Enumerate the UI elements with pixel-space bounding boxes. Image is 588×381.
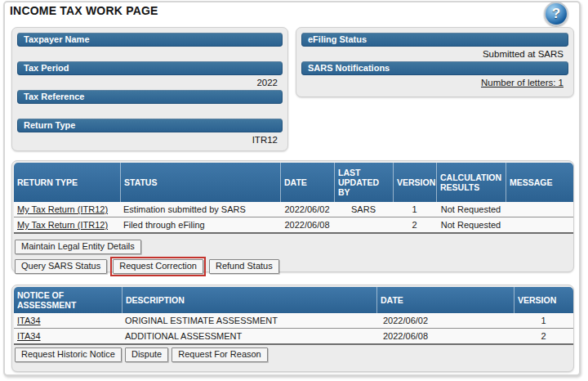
date-cell: 2022/06/02	[376, 313, 514, 329]
col-header-return-type: RETURN TYPE	[14, 163, 120, 202]
table-row: My Tax Return (ITR12) Filed through eFil…	[14, 217, 573, 234]
status-cell: Filed through eFiling	[120, 217, 280, 234]
maintain-legal-entity-details-button[interactable]: Maintain Legal Entity Details	[15, 240, 141, 254]
sars-notifications-label: SARS Notifications	[301, 61, 568, 75]
table-row: My Tax Return (ITR12) Estimation submitt…	[14, 202, 573, 217]
col-header-date: DATE	[280, 163, 334, 202]
col-header-message: MESSAGE	[506, 163, 573, 202]
page-title: INCOME TAX WORK PAGE	[10, 4, 158, 17]
col-header-notice-of-assessment: NOTICE OF ASSESSMENT	[14, 287, 122, 313]
help-icon[interactable]: ?	[544, 2, 568, 26]
ita34-link[interactable]: ITA34	[17, 316, 41, 325]
return-type-value: ITR12	[17, 132, 283, 147]
message-cell	[506, 202, 573, 217]
returns-table: RETURN TYPE STATUS DATE LAST UPDATED BY …	[14, 163, 573, 234]
tax-return-link[interactable]: My Tax Return (ITR12)	[17, 204, 108, 214]
efiling-status-label: eFiling Status	[301, 33, 568, 47]
taxpayer-name-value	[17, 47, 283, 61]
description-cell: ORIGINAL ESTIMATE ASSESSMENT	[122, 313, 376, 329]
tax-period-value: 2022	[17, 75, 283, 90]
tax-reference-label: Tax Reference	[17, 90, 283, 104]
version-cell: 1	[393, 202, 436, 217]
efiling-status-value: Submitted at SARS	[301, 47, 568, 61]
request-for-reason-button[interactable]: Request For Reason	[172, 347, 268, 362]
request-historic-notice-button[interactable]: Request Historic Notice	[15, 347, 122, 362]
question-mark-glyph: ?	[552, 3, 560, 24]
table-row: ITA34 ORIGINAL ESTIMATE ASSESSMENT 2022/…	[14, 313, 573, 329]
table-row: ITA34 ADDITIONAL ASSESSMENT 2022/06/08 2	[14, 329, 573, 345]
notices-header-row: NOTICE OF ASSESSMENT DESCRIPTION DATE VE…	[14, 287, 573, 313]
last-updated-by-cell: SARS	[334, 202, 393, 217]
col-header-description: DESCRIPTION	[122, 287, 376, 313]
col-header-date: DATE	[376, 287, 514, 313]
status-cell: Estimation submitted by SARS	[120, 202, 280, 217]
query-sars-status-button[interactable]: Query SARS Status	[15, 259, 107, 274]
col-header-version: VERSION	[393, 163, 436, 202]
dispute-button[interactable]: Dispute	[125, 347, 168, 362]
description-cell: ADDITIONAL ASSESSMENT	[122, 329, 376, 345]
refund-status-button[interactable]: Refund Status	[209, 259, 279, 274]
calculation-results-cell: Not Requested	[436, 202, 506, 217]
date-cell: 2022/06/08	[280, 217, 334, 234]
tax-return-link[interactable]: My Tax Return (ITR12)	[17, 220, 108, 230]
last-updated-by-cell	[334, 217, 393, 234]
date-cell: 2022/06/02	[280, 202, 334, 217]
ita34-link[interactable]: ITA34	[17, 331, 41, 341]
efiling-status-panel: eFiling Status Submitted at SARS SARS No…	[296, 27, 574, 97]
taxpayer-summary-panel: Taxpayer Name Tax Period 2022 Tax Refere…	[11, 27, 288, 151]
col-header-status: STATUS	[120, 163, 280, 202]
notices-panel: NOTICE OF ASSESSMENT DESCRIPTION DATE VE…	[11, 285, 574, 372]
date-cell: 2022/06/08	[376, 329, 514, 345]
notices-table: NOTICE OF ASSESSMENT DESCRIPTION DATE VE…	[14, 287, 573, 345]
returns-header-row: RETURN TYPE STATUS DATE LAST UPDATED BY …	[14, 163, 573, 202]
request-correction-highlight: Request Correction	[110, 257, 206, 276]
tax-reference-value	[17, 104, 283, 119]
tax-period-label: Tax Period	[17, 61, 283, 75]
return-type-label: Return Type	[17, 119, 283, 132]
col-header-calculation-results: CALCULATION RESULTS	[436, 163, 506, 202]
col-header-version: VERSION	[514, 287, 573, 313]
col-header-last-updated-by: LAST UPDATED BY	[334, 163, 393, 202]
taxpayer-name-label: Taxpayer Name	[17, 33, 283, 47]
number-of-letters-link[interactable]: Number of letters: 1	[481, 78, 564, 87]
message-cell	[506, 217, 573, 234]
calculation-results-cell: Not Requested	[436, 217, 506, 234]
request-correction-button[interactable]: Request Correction	[113, 259, 203, 274]
version-cell: 1	[514, 313, 573, 329]
returns-panel: RETURN TYPE STATUS DATE LAST UPDATED BY …	[11, 160, 574, 272]
version-cell: 2	[393, 217, 436, 234]
version-cell: 2	[514, 329, 573, 345]
